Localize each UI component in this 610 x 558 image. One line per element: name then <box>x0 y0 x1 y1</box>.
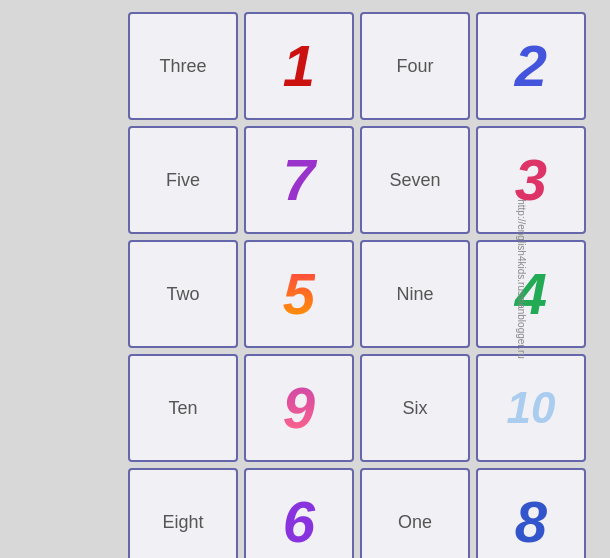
word-three: Three <box>159 56 206 77</box>
number-5: 5 <box>283 265 315 323</box>
card-five: Five <box>128 126 238 234</box>
card-six: Six <box>360 354 470 462</box>
word-two: Two <box>166 284 199 305</box>
word-nine: Nine <box>396 284 433 305</box>
card-nine: Nine <box>360 240 470 348</box>
number-7: 7 <box>283 151 315 209</box>
word-five: Five <box>166 170 200 191</box>
card-num-10: 10 <box>476 354 586 462</box>
word-six: Six <box>402 398 427 419</box>
number-10: 10 <box>507 383 556 433</box>
card-num-8: 8 <box>476 468 586 558</box>
sidebar-url: http://english4kids.russianblogger.ru <box>517 199 528 359</box>
word-eight: Eight <box>162 512 203 533</box>
number-1: 1 <box>283 37 315 95</box>
number-9: 9 <box>283 379 315 437</box>
card-num-5: 5 <box>244 240 354 348</box>
card-two: Two <box>128 240 238 348</box>
card-seven: Seven <box>360 126 470 234</box>
card-eight: Eight <box>128 468 238 558</box>
word-ten: Ten <box>168 398 197 419</box>
card-num-9: 9 <box>244 354 354 462</box>
card-num-7: 7 <box>244 126 354 234</box>
card-num-3: 3 <box>476 126 586 234</box>
number-6: 6 <box>283 493 315 551</box>
word-one: One <box>398 512 432 533</box>
card-num-2: 2 <box>476 12 586 120</box>
word-seven: Seven <box>389 170 440 191</box>
card-three: Three <box>128 12 238 120</box>
card-four: Four <box>360 12 470 120</box>
card-num-4: 4 <box>476 240 586 348</box>
number-2: 2 <box>515 37 547 95</box>
word-four: Four <box>396 56 433 77</box>
card-ten: Ten <box>128 354 238 462</box>
card-one: One <box>360 468 470 558</box>
number-8: 8 <box>515 493 547 551</box>
card-num-6: 6 <box>244 468 354 558</box>
card-num-1: 1 <box>244 12 354 120</box>
card-grid: Three 1 Four 2 Five 7 Seven 3 Two 5 Nine… <box>120 4 610 558</box>
